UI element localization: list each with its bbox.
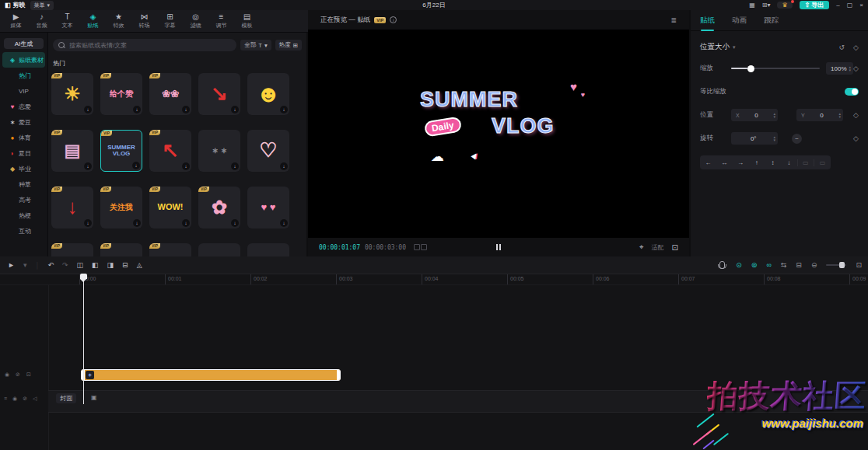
stepper-arrows[interactable]: ▴▾	[838, 112, 841, 118]
ribbon-item[interactable]: ◈ 贴纸	[80, 10, 106, 32]
record-voiceover-icon[interactable]	[719, 261, 725, 269]
timeline-zoom-slider[interactable]	[826, 264, 846, 266]
track-control-icon[interactable]: ◉	[12, 396, 17, 402]
sort-hot-button[interactable]: 热度 ⊞	[275, 40, 302, 51]
timeline-tool-icon[interactable]: ⊟	[122, 261, 128, 269]
download-icon[interactable]: ↓	[133, 106, 141, 113]
align-button[interactable]: ←	[700, 159, 716, 166]
sticker-tile[interactable]: WOW! VIP ↓	[149, 187, 191, 228]
sticker-tile[interactable]: 推 VIP ↓	[149, 243, 191, 256]
sidebar-category-item[interactable]: 热门	[2, 68, 45, 83]
sticker-tile[interactable]: ∗ ∗ VIP ↓	[198, 130, 240, 172]
video-canvas[interactable]: SUMMER ♥ ♥ VLOG Daily ☁ ►	[308, 30, 689, 238]
inspector-tab[interactable]: 贴纸	[700, 16, 715, 26]
sticker-tile[interactable]: VIP ↓	[247, 243, 289, 256]
sticker-tile[interactable]: ☀ VIP ↓	[51, 73, 93, 115]
download-icon[interactable]: ↓	[231, 219, 239, 227]
timeline-tool-icon[interactable]: ▾	[23, 261, 27, 269]
sticker-tile[interactable]: ↖ VIP ↓	[149, 130, 191, 172]
align-button[interactable]: ▭	[797, 159, 814, 166]
rotation-stepper[interactable]: 0° ▴▾	[731, 132, 778, 145]
sticker-tile[interactable]: ∗ VIP ↓	[198, 243, 240, 256]
close-button[interactable]: ×	[859, 2, 863, 9]
summer-vlog-sticker[interactable]: SUMMER ♥ ♥ VLOG Daily ☁ ►	[417, 82, 580, 178]
keyframe-icon[interactable]: ◇	[853, 111, 859, 119]
sidebar-category-item[interactable]: 种草	[2, 176, 45, 192]
info-icon[interactable]: i	[390, 16, 397, 23]
timeline-tool-icon[interactable]: ↶	[47, 261, 54, 269]
keyframe-icon[interactable]: ◇	[853, 65, 859, 72]
rotation-dial[interactable]: −	[792, 134, 802, 144]
ribbon-item[interactable]: ▤ 模板	[234, 10, 260, 32]
preview-menu-icon[interactable]: ≣	[670, 16, 677, 24]
stepper-arrows[interactable]: ▴▾	[773, 135, 775, 141]
ribbon-item[interactable]: ≡ 调节	[208, 10, 234, 32]
timeline-toggle-icon[interactable]: ⊚	[751, 261, 758, 269]
download-icon[interactable]: ↓	[132, 162, 140, 169]
sticker-tile[interactable]: ↓ VIP ↓	[51, 187, 93, 228]
minimize-button[interactable]: –	[836, 2, 839, 9]
track-control-icon[interactable]: ⊘	[23, 396, 27, 402]
ai-generate-button[interactable]: AI生成	[4, 38, 44, 49]
position-x-stepper[interactable]: X 0 ▴▾	[731, 109, 778, 121]
sticker-tile[interactable]: ▆ VIP ↓	[51, 243, 93, 256]
timeline-toggle-icon[interactable]: ⊙	[736, 261, 742, 269]
ribbon-item[interactable]: ⋈ 转场	[131, 10, 157, 32]
keyframe-icon[interactable]: ◇	[853, 44, 859, 51]
sidebar-category-item[interactable]: ♥ 恋爱	[2, 99, 45, 114]
uniform-scale-toggle[interactable]	[845, 88, 859, 96]
sticker-tile[interactable]: ✿ VIP ↓	[198, 187, 240, 228]
keyframe-icon[interactable]: ◇	[853, 134, 859, 142]
ribbon-item[interactable]: ⊞ 字幕	[157, 10, 183, 32]
inspector-tab[interactable]: 动画	[732, 16, 747, 26]
ribbon-item[interactable]: ★ 特效	[106, 10, 131, 32]
align-button[interactable]: ↔	[716, 159, 733, 166]
fullscreen-icon[interactable]: ⊡	[672, 243, 678, 252]
scale-slider[interactable]	[731, 68, 820, 69]
ribbon-item[interactable]: ♪ 音频	[29, 10, 54, 32]
sticker-clip[interactable]: ◈	[81, 369, 341, 381]
ribbon-item[interactable]: ◎ 滤镜	[183, 10, 208, 32]
stepper-arrows[interactable]: ▴▾	[773, 112, 775, 118]
stepper-arrows[interactable]: ▴▾	[849, 65, 852, 72]
timeline-ruler[interactable]: 00:0000:0100:0200:0300:0400:0500:0600:07…	[0, 274, 868, 285]
pause-button[interactable]	[496, 244, 501, 250]
sticker-tile[interactable]: ▤ VIP ↓	[51, 130, 93, 172]
sticker-tile[interactable]: 关注我 VIP ↓	[100, 187, 142, 228]
mirror-focus-icon[interactable]: ⌖	[639, 242, 644, 252]
sticker-tile[interactable]: ♥ ♥ VIP ↓	[247, 187, 289, 228]
sticker-tile[interactable]: SUMMER VLOG VIP ↓	[100, 130, 142, 172]
track-control-icon[interactable]: ◁	[33, 396, 37, 402]
download-icon[interactable]: ↓	[84, 106, 92, 113]
download-icon[interactable]: ↓	[280, 162, 288, 170]
search-box[interactable]	[53, 39, 236, 51]
zoom-slider-knob[interactable]	[839, 262, 845, 268]
position-y-stepper[interactable]: Y 0 ▴▾	[796, 109, 843, 121]
layout-switch-button[interactable]: ⊞▾	[762, 2, 771, 9]
shortcut-keyboard-icon[interactable]: ▦	[749, 2, 755, 9]
align-button[interactable]: ↓	[781, 159, 797, 166]
cover-button[interactable]: 封面	[56, 393, 76, 403]
playhead-handle[interactable]	[80, 274, 87, 279]
download-icon[interactable]: ↓	[182, 219, 190, 227]
fit-mode-dropdown[interactable]: 适配	[652, 243, 664, 252]
sidebar-category-item[interactable]: ∗ 爱豆	[2, 114, 45, 130]
export-button[interactable]: ⇧ 导出	[800, 1, 830, 9]
sticker-tile[interactable]: ♡ VIP ↓	[247, 130, 289, 172]
align-button[interactable]: ↕	[765, 159, 781, 166]
track-control-icon[interactable]: ◉	[5, 372, 9, 378]
download-icon[interactable]: ↓	[182, 162, 190, 170]
download-icon[interactable]: ↓	[231, 162, 239, 170]
align-button[interactable]: ▭	[814, 159, 831, 166]
track-control-icon[interactable]: ⊡	[26, 372, 31, 378]
download-icon[interactable]: ↓	[182, 106, 190, 113]
ribbon-item[interactable]: ▶ 媒体	[3, 10, 29, 32]
search-input[interactable]	[68, 41, 231, 50]
reset-icon[interactable]: ↺	[839, 44, 845, 51]
timeline-tool-icon[interactable]: │	[35, 262, 39, 269]
sidebar-category-item[interactable]: 互动	[2, 223, 45, 239]
download-icon[interactable]: ↓	[84, 219, 92, 227]
timeline-toggle-icon[interactable]: ⊟	[796, 261, 802, 269]
timeline-toggle-icon[interactable]: ∞	[766, 261, 771, 269]
align-button[interactable]: ↑	[748, 159, 765, 166]
